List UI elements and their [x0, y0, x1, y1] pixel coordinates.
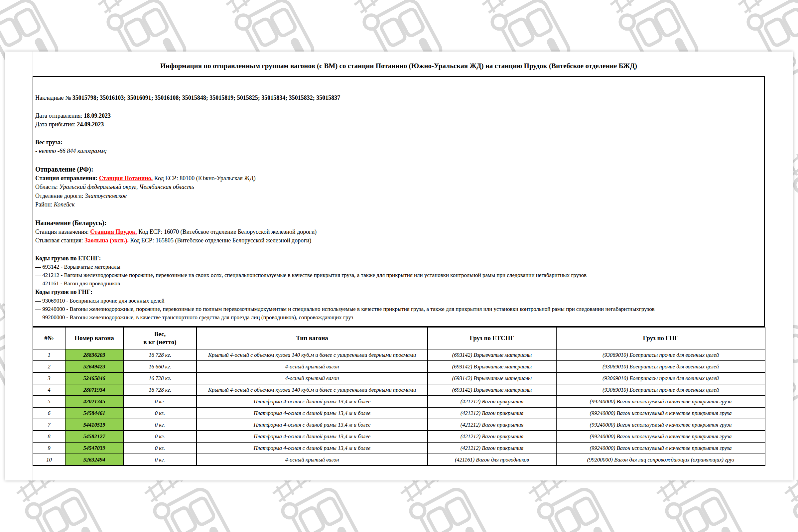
gng-cargo-cell: (99240000) Вагон используемый в качестве… — [556, 419, 765, 431]
wagon-type-cell: 4-осный крытый вагон — [196, 454, 428, 466]
table-header-cell: Вес, в кг (нетто) — [124, 327, 196, 349]
weight-cell: 16 660 кг. — [124, 361, 196, 373]
row-number-cell: 5 — [33, 396, 65, 407]
info-box: Накладные № 35015798; 35016103; 35016091… — [33, 76, 765, 327]
wagon-type-cell: Крытый 4-осный с объемом кузова 140 куб.… — [196, 384, 428, 396]
etsng-cargo-cell: (421212) Вагон прикрытия — [428, 431, 556, 442]
gng-cargo-cell: (99240000) Вагон используемый в качестве… — [556, 407, 765, 419]
etsng-item: — 421161 - Вагон для проводников — [35, 279, 763, 288]
etsng-cargo-cell: (421161) Вагон для проводников — [428, 454, 556, 466]
wagon-type-cell: Платформа 4-осная с длиной рамы 13,4 м и… — [196, 431, 428, 442]
origin-station-line: Станция отправления: Станция Потанино. К… — [35, 174, 763, 183]
table-header-cell: Тип вагона — [196, 327, 428, 349]
weight-cell: 0 кг. — [124, 442, 196, 454]
table-header-cell: #№ — [33, 327, 65, 349]
wagon-number-cell: 42021345 — [65, 396, 124, 407]
destination-station-line: Станция назначения: Станция Прудок. Код … — [35, 227, 763, 236]
row-number-cell: 10 — [33, 454, 65, 466]
wagon-number-cell: 54584461 — [65, 407, 124, 419]
weight-cell: 16 728 кг. — [124, 349, 196, 361]
row-number-cell: 8 — [33, 431, 65, 442]
table-row: 8545821270 кг.Платформа 4-осная с длиной… — [33, 431, 765, 442]
table-row: 5420213450 кг.Платформа 4-осная с длиной… — [33, 396, 765, 407]
weight-cell: 0 кг. — [124, 396, 196, 407]
departure-date-label: Дата отправления: — [35, 112, 84, 119]
wagon-number-cell: 54410519 — [65, 419, 124, 431]
junction-station-label: Стыковая станция: — [35, 237, 84, 244]
row-number-cell: 9 — [33, 442, 65, 454]
arrival-date-value: 24.09.2023 — [77, 121, 104, 128]
train-icon — [153, 480, 240, 532]
wagons-table-header: #№Номер вагонаВес, в кг (нетто)Тип вагон… — [33, 327, 765, 349]
etsng-cargo-cell: (693142) Взрывчатые материалы — [428, 384, 556, 396]
table-row: 9545470390 кг.Платформа 4-осная с длиной… — [33, 442, 765, 454]
destination-station-label: Станция назначения: — [35, 228, 90, 235]
table-row: 7544105190 кг.Платформа 4-осная с длиной… — [33, 419, 765, 431]
weight-value: - нетто -66 844 килограмм; — [35, 147, 763, 156]
wagon-type-cell: Платформа 4-осная с длиной рамы 13,4 м и… — [196, 442, 428, 454]
wagon-number-cell: 52465846 — [65, 373, 124, 384]
row-number-cell: 1 — [33, 349, 65, 361]
table-row: 12883620316 728 кг.Крытый 4-осный с объе… — [33, 349, 765, 361]
origin-division-line: Отделение дороги: Златоустовское — [35, 191, 763, 201]
waybills-line: Накладные № 35015798; 35016103; 35016091… — [35, 93, 763, 102]
gng-item: — 99200000 - Вагоны железнодорожные, в к… — [35, 313, 763, 322]
origin-station-link[interactable]: Станция Потанино. — [99, 175, 153, 182]
weight-heading: Вес груза: — [35, 138, 763, 147]
origin-heading: Отправление (РФ): — [35, 165, 763, 174]
etsng-cargo-cell: (421212) Вагон прикрытия — [428, 407, 556, 419]
junction-station-line: Стыковая станция: Заольша (эксп.). Код Е… — [35, 236, 763, 245]
table-row: 6545844610 кг.Платформа 4-осная с длиной… — [33, 407, 765, 419]
wagon-type-cell: 4-осный крытый вагон — [196, 361, 428, 373]
gng-cargo-cell: (99240000) Вагон используемый в качестве… — [556, 431, 765, 442]
weight-cell: 16 728 кг. — [124, 373, 196, 384]
weight-cell: 0 кг. — [124, 431, 196, 442]
gng-heading: Коды грузов по ГНГ: — [35, 288, 763, 297]
row-number-cell: 3 — [33, 373, 65, 384]
departure-date-line: Дата отправления: 18.09.2023 — [35, 111, 763, 120]
gng-cargo-cell: (99240000) Вагон используемый в качестве… — [556, 442, 765, 454]
wagon-number-cell: 54547039 — [65, 442, 124, 454]
wagon-type-cell: Крытый 4-осный с объемом кузова 140 куб.… — [196, 349, 428, 361]
waybills-numbers: 35015798; 35016103; 35016091; 35016108; … — [73, 94, 340, 101]
etsng-item: — 421212 - Вагоны железнодорожные порожн… — [35, 271, 763, 279]
row-number-cell: 2 — [33, 361, 65, 373]
origin-district-value: Копейск — [54, 201, 75, 208]
destination-station-rest: Код ЕСР: 16070 (Витебское отделение Бело… — [137, 228, 317, 235]
wagon-number-cell: 52649423 — [65, 361, 124, 373]
wagon-type-cell: Платформа 4-осная с длиной рамы 13,4 м и… — [196, 396, 428, 407]
gng-cargo-cell: (99240000) Вагон используемый в качестве… — [556, 396, 765, 407]
wagon-number-cell: 54582127 — [65, 431, 124, 442]
etsng-item: — 693142 - Взрывчатые материалы — [35, 263, 763, 271]
weight-cell: 0 кг. — [124, 419, 196, 431]
origin-district-label: Район: — [35, 201, 54, 208]
wagon-number-cell: 28071934 — [65, 384, 124, 396]
origin-region-label: Область: — [35, 184, 59, 190]
weight-cell: 0 кг. — [124, 407, 196, 419]
wagons-table: #№Номер вагонаВес, в кг (нетто)Тип вагон… — [33, 327, 765, 466]
destination-station-link[interactable]: Станция Прудок. — [90, 228, 137, 235]
wagon-type-cell: Платформа 4-осная с длиной рамы 13,4 м и… — [196, 419, 428, 431]
train-icon — [665, 480, 752, 532]
table-header-cell: Груз по ЕТСНГ — [428, 327, 556, 349]
gng-item: — 93069010 - Боеприпасы прочие для военн… — [35, 297, 763, 305]
wagon-number-cell: 52632494 — [65, 454, 124, 466]
row-number-cell: 4 — [33, 384, 65, 396]
waybills-label: Накладные № — [35, 94, 73, 101]
train-icon — [25, 480, 111, 532]
train-icon — [281, 480, 367, 532]
train-icon — [409, 480, 495, 532]
origin-region-value: Уральский федеральный округ, Челябинская… — [59, 184, 194, 190]
train-icon — [537, 480, 624, 532]
gng-item: — 99240000 - Вагоны железнодорожные, пор… — [35, 305, 763, 313]
arrival-date-line: Дата прибытия: 24.09.2023 — [35, 120, 763, 129]
table-header-cell: Груз по ГНГ — [556, 327, 765, 349]
origin-region-line: Область: Уральский федеральный округ, Че… — [35, 183, 763, 191]
etsng-cargo-cell: (421212) Вагон прикрытия — [428, 396, 556, 407]
weight-cell: 0 кг. — [124, 454, 196, 466]
table-row: 42807193416 728 кг.Крытый 4-осный с объе… — [33, 384, 765, 396]
junction-station-link[interactable]: Заольша (эксп.). — [84, 237, 129, 244]
table-row: 35246584616 728 кг.4-осный крытый вагон(… — [33, 373, 765, 384]
table-row: 10526324940 кг.4-осный крытый вагон(4211… — [33, 454, 765, 466]
train-icon — [793, 155, 798, 254]
